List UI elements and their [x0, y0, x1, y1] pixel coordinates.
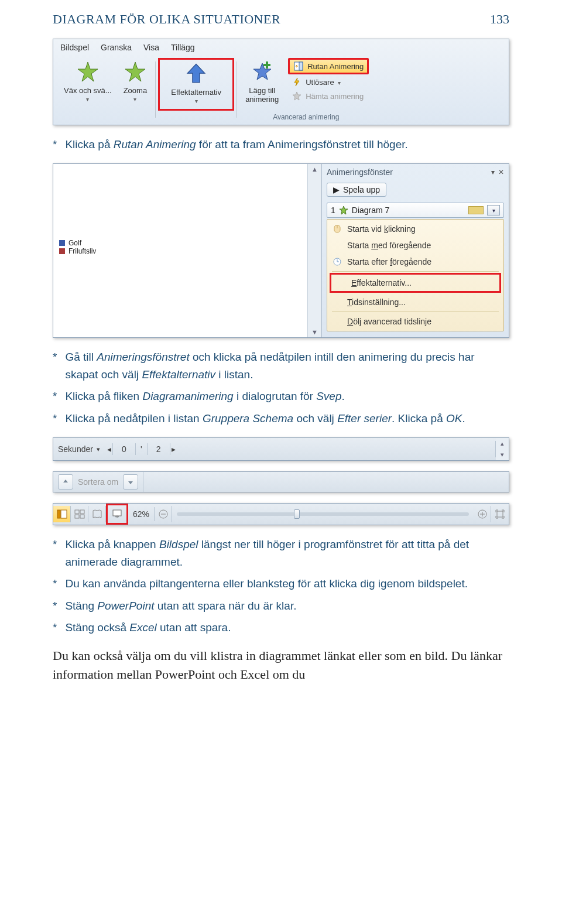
chevron-left-icon[interactable]: ◂ — [107, 444, 111, 454]
legend-golf: Golf — [68, 239, 81, 247]
t: Effektalternativ — [142, 368, 215, 381]
mi-tidsinst[interactable]: Tidsinställning... — [327, 294, 503, 310]
svg-rect-17 — [113, 510, 121, 516]
mi-effektalternativ[interactable]: Effektalternativ... — [330, 273, 501, 293]
btn-vax[interactable]: Väx och svä... ▾ — [58, 58, 118, 111]
star-green-icon — [124, 60, 147, 84]
star-add-icon — [251, 60, 274, 84]
svg-rect-13 — [75, 510, 79, 514]
t: och välj — [293, 412, 337, 425]
scroll-up-icon[interactable]: ▴ — [501, 438, 504, 449]
t: Bildspel — [159, 538, 198, 550]
chevron-down-icon: ▾ — [86, 96, 89, 102]
tab-bildspel[interactable]: Bildspel — [60, 43, 89, 52]
btn-lagg-till[interactable]: Lägg till animering — [239, 58, 285, 111]
scrollbar[interactable]: ▲ ▼ — [307, 164, 321, 337]
scroll-up-icon[interactable]: ▲ — [311, 164, 318, 174]
chevron-down-icon[interactable]: ▾ — [97, 446, 100, 453]
t: i listan. — [215, 368, 253, 381]
chevron-right-icon[interactable]: ▸ — [172, 444, 176, 454]
t: Stäng — [65, 600, 97, 612]
bullet-list-2: *Gå till Animeringsfönstret och klicka p… — [53, 348, 509, 427]
btn-utlosare[interactable]: Utlösare ▾ — [288, 76, 369, 88]
fit-button[interactable] — [491, 506, 509, 522]
chevron-down-icon: ▾ — [133, 96, 136, 102]
mi-start-click[interactable]: Starta vid klickning — [327, 221, 503, 237]
t: Stäng också — [65, 621, 129, 634]
t: Gå till — [65, 351, 97, 363]
page-number: 133 — [490, 12, 509, 27]
t: Excel — [129, 621, 156, 634]
t: . — [462, 412, 465, 425]
btn-effekt-label: Effektalternativ — [171, 88, 221, 97]
btn-zooma-label: Zooma — [124, 86, 147, 95]
close-icon[interactable]: ✕ — [498, 168, 504, 176]
statusbar2-screenshot: Sortera om — [53, 471, 509, 492]
zoom-out-button[interactable] — [155, 506, 172, 522]
tab-granska[interactable]: Granska — [101, 43, 132, 52]
t: utan att spara när du är klar. — [155, 600, 297, 612]
t: Klicka på fliken — [65, 390, 142, 402]
t: . — [342, 390, 345, 402]
scroll-down-icon[interactable]: ▾ — [501, 449, 504, 460]
tab-tillagg[interactable]: Tillägg — [171, 43, 195, 52]
timeline-spinner[interactable]: ◂ 0 ' 2 ▸ — [107, 443, 176, 455]
page-header: DIAGRAM FÖR OLIKA SITUATIONER 133 — [53, 12, 509, 27]
btn-effektalternativ[interactable]: Effektalternativ ▾ — [158, 58, 234, 111]
clock-icon — [332, 256, 342, 267]
play-button[interactable]: ▶ Spela upp — [327, 183, 386, 197]
btn-zooma[interactable]: Zooma ▾ — [118, 58, 153, 111]
star-grey-icon — [292, 91, 302, 101]
svg-rect-16 — [80, 515, 84, 518]
star-icon — [339, 206, 348, 215]
t: Gruppera Schema — [203, 412, 293, 425]
tab-visa[interactable]: Visa — [143, 43, 159, 52]
chart-legend: Golf Friluftsliv — [59, 239, 301, 255]
svg-rect-12 — [61, 510, 67, 518]
zoom-level[interactable]: 62% — [128, 507, 155, 521]
mi-label: Dölj avancerad tidslinje — [347, 317, 431, 326]
t: Efter serier — [337, 412, 392, 425]
btn-vax-label: Väx och svä... — [64, 86, 112, 95]
slideshow-highlight — [106, 504, 128, 525]
statusbar-screenshot: Sekunder ▾ ◂ 0 ' 2 ▸ ▴ ▾ — [53, 437, 509, 461]
zoom-slider[interactable] — [177, 512, 469, 516]
t: Svep — [316, 390, 341, 402]
t: Klicka på nedåtpilen i listan — [65, 412, 202, 425]
zoom-in-button[interactable] — [474, 506, 491, 522]
hamta-label: Hämta animering — [306, 92, 364, 101]
pane-icon — [293, 61, 304, 71]
svg-rect-6 — [299, 62, 303, 70]
rutan-label: Rutan Animering — [307, 62, 364, 71]
t: för att ta fram Animeringsfönstret till … — [196, 138, 408, 150]
btn-rutan-animering[interactable]: Rutan Animering — [288, 58, 369, 74]
scroll-down-icon[interactable]: ▼ — [311, 327, 318, 337]
mi-label: Starta med föregående — [347, 241, 431, 250]
animation-item[interactable]: 1 Diagram 7 ▾ — [327, 203, 504, 218]
animation-pane-screenshot: Golf Friluftsliv ▲ ▼ Animeringsfönster ▾… — [53, 163, 509, 338]
mi-start-with[interactable]: Starta med föregående — [327, 237, 503, 254]
slide-canvas: Golf Friluftsliv — [53, 164, 307, 337]
play-icon: ▶ — [333, 185, 340, 194]
page-title: DIAGRAM FÖR OLIKA SITUATIONER — [53, 12, 280, 27]
mi-label: Starta efter föregående — [347, 257, 431, 266]
mi-dolj[interactable]: Dölj avancerad tidslinje — [327, 313, 503, 330]
reorder-down-button[interactable] — [123, 474, 138, 490]
view-normal-button[interactable] — [53, 506, 71, 522]
view-reading-button[interactable] — [88, 506, 106, 522]
btn-hamta[interactable]: Hämta animering — [288, 90, 369, 102]
view-sorter-button[interactable] — [71, 506, 88, 522]
item-label: Diagram 7 — [352, 206, 465, 215]
mi-start-after[interactable]: Starta efter föregående — [327, 254, 503, 270]
t: Du kan använda piltangenterna eller blan… — [65, 577, 468, 590]
view-slideshow-button[interactable] — [108, 506, 126, 522]
t: . Klicka på — [392, 412, 446, 425]
t: utan att spara. — [157, 621, 231, 634]
item-dropdown[interactable]: ▾ — [487, 205, 500, 215]
svg-marker-7 — [293, 92, 301, 100]
pane-menu-icon[interactable]: ▾ — [491, 168, 495, 176]
svg-marker-8 — [340, 206, 348, 214]
t: Diagramanimering — [142, 390, 233, 402]
val0: 0 — [112, 443, 136, 455]
reorder-up-button[interactable] — [58, 474, 73, 490]
